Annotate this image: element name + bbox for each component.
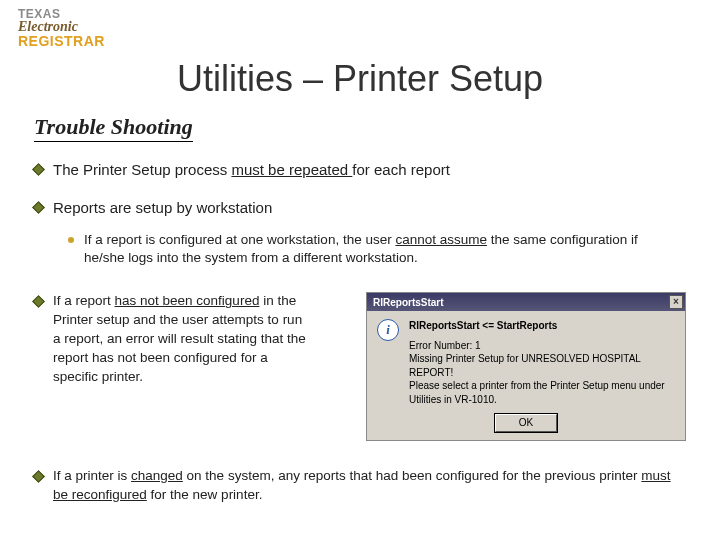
info-icon: i <box>377 319 399 341</box>
text-underline: changed <box>131 468 183 483</box>
logo-line2a: Electronic <box>18 20 78 34</box>
text-span: for the new printer. <box>147 487 263 502</box>
dialog-line: Please select a printer from the Printer… <box>409 379 675 406</box>
text-span: on the system, any reports that had been… <box>183 468 642 483</box>
dialog-close-button[interactable]: × <box>669 295 683 309</box>
logo-line2b: REGISTRAR <box>18 34 105 48</box>
bullet-4-text: If a printer is changed on the system, a… <box>53 467 686 505</box>
bullet-2: Reports are setup by workstation <box>34 198 686 218</box>
dialog-line: Missing Printer Setup for UNRESOLVED HOS… <box>409 352 675 379</box>
content-area: The Printer Setup process must be repeat… <box>34 160 686 505</box>
bullet-3-row: If a report has not been configured in t… <box>34 292 686 441</box>
bullet-4: If a printer is changed on the system, a… <box>34 467 686 505</box>
dialog-text: RIReportsStart <= StartReports Error Num… <box>409 319 675 406</box>
diamond-bullet-icon <box>32 295 45 308</box>
page-subtitle: Trouble Shooting <box>34 114 193 142</box>
bullet-1-text: The Printer Setup process must be repeat… <box>53 160 450 180</box>
text-span: for each report <box>352 161 450 178</box>
app-logo: TEXAS Electronic REGISTRAR <box>18 8 105 48</box>
bullet-2-text: Reports are setup by workstation <box>53 198 272 218</box>
text-span: If a report <box>53 293 115 308</box>
text-underline: must be repeated <box>231 161 352 178</box>
sub-bullet-1-text: If a report is configured at one worksta… <box>84 231 686 269</box>
page-title: Utilities – Printer Setup <box>0 58 720 100</box>
diamond-bullet-icon <box>32 470 45 483</box>
text-span: If a printer is <box>53 468 131 483</box>
bullet-1: The Printer Setup process must be repeat… <box>34 160 686 180</box>
bullet-3-text: If a report has not been configured in t… <box>53 292 313 386</box>
dialog-ok-button[interactable]: OK <box>495 414 557 432</box>
error-dialog: RIReportsStart × i RIReportsStart <= Sta… <box>366 292 686 441</box>
text-underline: cannot assume <box>395 232 487 247</box>
text-underline: has not been configured <box>115 293 260 308</box>
dialog-title: RIReportsStart <box>373 297 444 308</box>
dialog-button-row: OK <box>367 410 685 440</box>
diamond-bullet-icon <box>32 163 45 176</box>
dialog-body: i RIReportsStart <= StartReports Error N… <box>367 311 685 410</box>
dialog-titlebar: RIReportsStart × <box>367 293 685 311</box>
dialog-heading: RIReportsStart <= StartReports <box>409 319 675 333</box>
sub-bullet-1: If a report is configured at one worksta… <box>68 231 686 269</box>
dialog-line: Error Number: 1 <box>409 339 675 353</box>
dot-bullet-icon <box>68 237 74 243</box>
text-span: If a report is configured at one worksta… <box>84 232 395 247</box>
diamond-bullet-icon <box>32 201 45 214</box>
text-span: The Printer Setup process <box>53 161 231 178</box>
